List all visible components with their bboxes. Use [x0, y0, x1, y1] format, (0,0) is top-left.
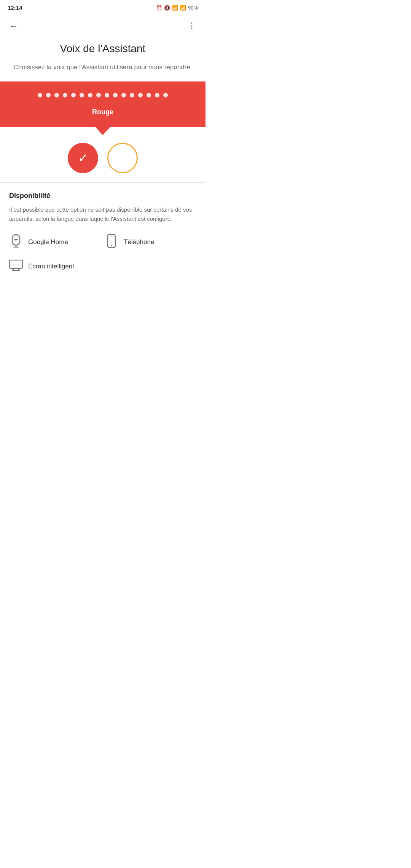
back-button[interactable]: ← — [7, 19, 21, 33]
svg-rect-2 — [14, 241, 17, 241]
dot-10 — [113, 93, 118, 97]
voice-dots — [38, 93, 168, 97]
color-circles-row: ✓ — [0, 135, 206, 182]
status-time: 12:14 — [8, 5, 22, 11]
dot-11 — [121, 93, 126, 97]
device-list: Google Home Téléphone — [9, 234, 196, 274]
color-panel[interactable]: Rouge — [0, 81, 206, 127]
smart-display-icon — [9, 260, 23, 274]
availability-description: Il est possible que cette option ne soit… — [9, 205, 196, 223]
dot-2 — [46, 93, 51, 97]
dot-9 — [105, 93, 109, 97]
dot-1 — [38, 93, 42, 97]
svg-rect-8 — [10, 260, 22, 268]
device-ecran-intelligent: Écran intelligent — [9, 260, 196, 274]
google-home-label: Google Home — [28, 238, 68, 246]
ecran-intelligent-label: Écran intelligent — [28, 263, 74, 270]
wifi-icon: 📶 — [172, 5, 178, 11]
dot-5 — [71, 93, 76, 97]
page-subtitle: Choisissez la voix que l'Assistant utili… — [11, 62, 194, 72]
top-nav: ← ⋮ — [0, 15, 206, 37]
selected-checkmark: ✓ — [78, 151, 88, 165]
dot-6 — [80, 93, 84, 97]
dot-15 — [155, 93, 159, 97]
page-header: Voix de l'Assistant Choisissez la voix q… — [0, 37, 206, 81]
svg-rect-1 — [14, 239, 18, 240]
color-circle-orange[interactable] — [107, 143, 138, 173]
mute-icon: 🔇 — [164, 5, 170, 11]
dot-14 — [147, 93, 151, 97]
google-home-icon — [9, 234, 23, 251]
availability-section: Disponibilité Il est possible que cette … — [0, 192, 206, 285]
telephone-label: Téléphone — [124, 238, 154, 246]
telephone-icon — [105, 234, 118, 251]
availability-title: Disponibilité — [9, 192, 196, 200]
more-menu-button[interactable]: ⋮ — [185, 19, 199, 33]
dot-3 — [54, 93, 59, 97]
dot-8 — [96, 93, 101, 97]
selected-color-label: Rouge — [92, 108, 113, 116]
dot-13 — [138, 93, 143, 97]
signal-icon: 📶 — [180, 5, 186, 11]
section-divider — [0, 182, 206, 183]
svg-point-6 — [111, 245, 112, 246]
svg-rect-7 — [110, 236, 113, 236]
alarm-icon: ⏰ — [156, 5, 162, 11]
device-telephone: Téléphone — [105, 234, 196, 251]
page-title: Voix de l'Assistant — [11, 43, 194, 55]
color-circle-red[interactable]: ✓ — [68, 143, 98, 173]
device-google-home: Google Home — [9, 234, 101, 251]
dot-7 — [88, 93, 92, 97]
dot-16 — [163, 93, 168, 97]
dot-12 — [130, 93, 134, 97]
dot-4 — [63, 93, 67, 97]
battery-text: 90% — [188, 5, 198, 11]
selection-arrow — [95, 127, 110, 135]
status-bar: 12:14 ⏰ 🔇 📶 📶 90% — [0, 0, 206, 15]
status-icons: ⏰ 🔇 📶 📶 90% — [156, 5, 198, 11]
